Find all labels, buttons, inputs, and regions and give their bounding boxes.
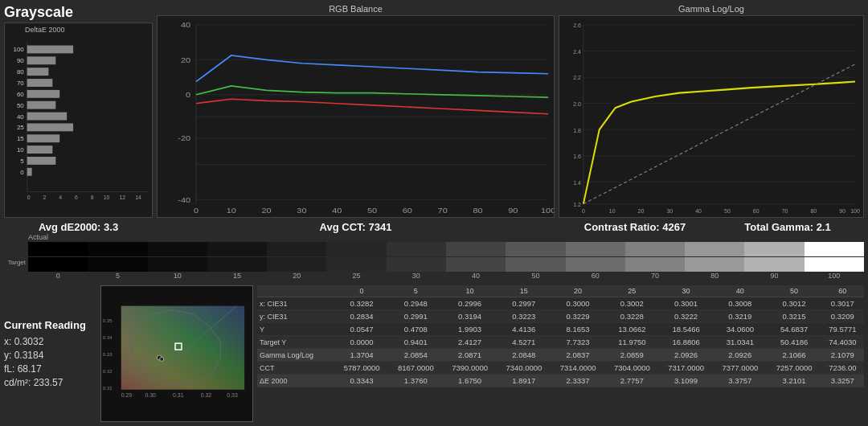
table-cell: 34.0600: [713, 323, 767, 336]
table-cell: 13.0662: [605, 323, 659, 336]
table-cell: 79.5771: [821, 323, 864, 336]
swatch-number-label: 40: [446, 272, 506, 280]
table-cell: 2.0926: [713, 349, 767, 362]
target-swatch: [805, 257, 864, 272]
svg-rect-21: [27, 101, 56, 109]
table-cell: 2.7757: [605, 375, 659, 387]
svg-text:5: 5: [20, 158, 24, 165]
table-cell: 2.3337: [551, 375, 604, 387]
svg-text:100: 100: [14, 46, 25, 53]
svg-text:80: 80: [473, 207, 483, 215]
svg-text:90: 90: [839, 207, 845, 214]
target-row-label: Target: [8, 259, 26, 266]
table-col-header: 60: [821, 285, 864, 297]
table-cell: 0.3282: [334, 297, 388, 310]
swatch-number-label: 20: [267, 272, 326, 280]
table-col-label-header: [257, 285, 334, 297]
svg-text:10: 10: [17, 146, 24, 154]
actual-swatch: [88, 242, 147, 256]
table-cell: 2.0848: [497, 349, 551, 362]
svg-rect-89: [121, 306, 244, 390]
svg-text:25: 25: [17, 124, 24, 131]
svg-text:0.31: 0.31: [103, 386, 113, 391]
svg-rect-15: [27, 68, 49, 76]
table-col-header: 50: [767, 285, 821, 297]
table-cell: 11.9750: [605, 336, 659, 349]
swatch-number-label: 0: [28, 272, 88, 280]
swatch-number-label: 80: [685, 272, 744, 280]
table-row: y: CIE310.28340.29910.31940.32230.32290.…: [257, 310, 864, 323]
table-cell: 2.0859: [605, 349, 659, 362]
table-cell: 2.1066: [767, 349, 821, 362]
table-cell: 3.3757: [713, 375, 767, 387]
svg-text:2: 2: [43, 195, 46, 200]
table-cell: 54.6837: [767, 323, 821, 336]
svg-text:1.8: 1.8: [573, 126, 581, 133]
target-swatch: [148, 257, 207, 272]
row-label-cell: x: CIE31: [257, 297, 334, 310]
svg-text:90: 90: [508, 207, 518, 215]
svg-text:40: 40: [695, 207, 702, 214]
table-cell: 2.1079: [821, 349, 864, 362]
table-cell: 1.9903: [443, 323, 497, 336]
svg-text:-20: -20: [178, 135, 190, 143]
svg-text:0.31: 0.31: [173, 392, 184, 398]
target-swatch: [207, 257, 267, 272]
table-row: x: CIE310.32820.29480.29960.29970.30000.…: [257, 297, 864, 310]
table-cell: 8.1653: [551, 323, 604, 336]
swatch-number-label: 5: [88, 272, 147, 280]
actual-swatch: [744, 242, 804, 256]
table-cell: 1.3760: [389, 375, 443, 387]
table-cell: 0.3002: [605, 297, 659, 310]
table-cell: 7.7323: [551, 336, 604, 349]
deltaE-svg: 0 2 4 6 8 10 12 14 100 90 80: [5, 23, 152, 217]
table-cell: 31.0341: [713, 336, 767, 349]
svg-text:-40: -40: [178, 196, 190, 204]
svg-text:80: 80: [810, 207, 817, 214]
actual-swatch: [207, 242, 267, 256]
svg-text:0.30: 0.30: [145, 392, 156, 398]
avg-de2000: Avg dE2000: 3.3: [4, 221, 153, 233]
table-col-header: 30: [659, 285, 713, 297]
table-cell: 0.3229: [551, 310, 604, 323]
svg-text:0.32: 0.32: [201, 392, 212, 398]
cdm2-value: cd/m²: 233.57: [4, 377, 96, 388]
table-cell: 2.4127: [443, 336, 497, 349]
svg-rect-31: [27, 157, 56, 165]
deltaE-title: DeltaE 2000: [25, 26, 65, 34]
svg-text:40: 40: [181, 21, 191, 29]
svg-text:0: 0: [194, 207, 199, 215]
table-cell: 7236.00: [821, 362, 864, 375]
swatch-number-label: 25: [326, 272, 386, 280]
target-swatch: [506, 257, 565, 272]
svg-text:10: 10: [104, 195, 110, 200]
svg-text:50: 50: [367, 207, 378, 215]
swatch-number-label: 30: [387, 272, 446, 280]
reading-title: Current Reading: [4, 319, 96, 331]
table-col-header: 15: [497, 285, 551, 297]
svg-text:100: 100: [541, 207, 554, 215]
swatch-number-label: 10: [148, 272, 207, 280]
target-swatch: [267, 257, 326, 272]
svg-rect-27: [27, 134, 60, 142]
table-cell: 5787.0000: [334, 362, 388, 375]
table-col-header: 20: [551, 285, 604, 297]
rgb-svg: 40 20 0 -20 -40 0 10 20 30 40 50 60 70: [158, 16, 554, 217]
svg-text:2.0: 2.0: [573, 100, 581, 108]
table-cell: 0.9401: [389, 336, 443, 349]
current-reading-panel: Current Reading x: 0.3032 y: 0.3184 fL: …: [4, 285, 96, 422]
table-col-header: 25: [605, 285, 659, 297]
svg-text:70: 70: [438, 207, 448, 215]
svg-text:0.32: 0.32: [103, 369, 113, 374]
target-swatch: [744, 257, 804, 272]
data-table-container: 051015202530405060 x: CIE310.32820.29480…: [257, 285, 864, 422]
svg-text:70: 70: [782, 207, 788, 214]
table-cell: 0.4708: [389, 323, 443, 336]
table-cell: 7377.0000: [713, 362, 767, 375]
svg-text:2.2: 2.2: [573, 74, 581, 81]
table-cell: 2.0926: [659, 349, 713, 362]
x-value: x: 0.3032: [4, 336, 96, 347]
table-cell: 0.2997: [497, 297, 551, 310]
svg-rect-19: [27, 90, 60, 98]
table-cell: 0.3223: [497, 310, 551, 323]
